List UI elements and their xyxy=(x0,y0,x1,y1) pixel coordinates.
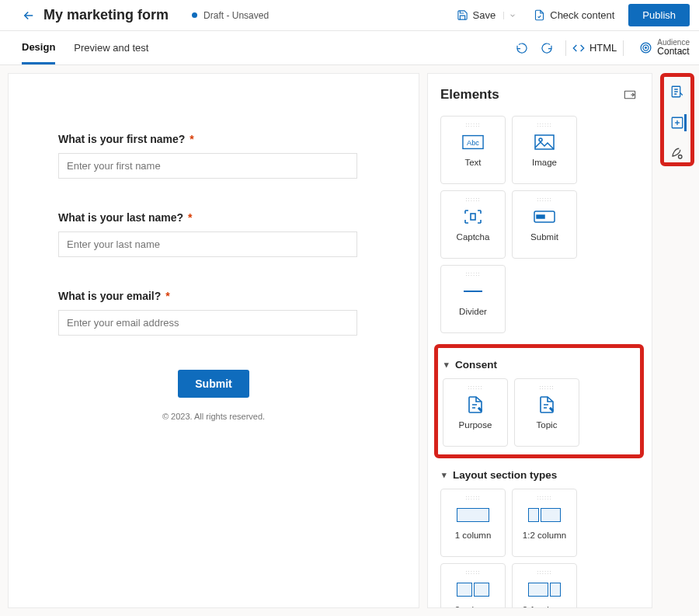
rail-settings-icon[interactable] xyxy=(668,147,687,161)
form-footer: © 2023. All rights reserved. xyxy=(38,412,389,421)
audience-selector[interactable]: Audience Contact xyxy=(639,38,690,57)
element-purpose[interactable]: :::::: Purpose xyxy=(443,378,508,447)
elements-panel: Elements :::::: Abc Text :::::: Image ::… xyxy=(427,73,652,608)
chevron-down-icon: ▾ xyxy=(442,470,447,480)
audience-value: Contact xyxy=(657,47,690,57)
email-input[interactable] xyxy=(58,310,357,336)
chevron-down-icon: ▾ xyxy=(444,360,449,370)
save-label: Save xyxy=(473,9,496,21)
topic-icon xyxy=(535,394,558,416)
field-label-firstname: What is your first name?* xyxy=(58,133,389,145)
consent-section-header[interactable]: ▾ Consent xyxy=(444,359,632,371)
element-captcha[interactable]: :::::: Captcha xyxy=(440,190,506,259)
element-topic[interactable]: :::::: Topic xyxy=(514,378,579,447)
purpose-icon xyxy=(464,394,487,416)
page-title: My marketing form xyxy=(43,7,169,23)
svg-rect-10 xyxy=(537,215,544,218)
rail-form-icon[interactable] xyxy=(668,85,687,99)
undo-button[interactable] xyxy=(509,39,534,57)
code-icon xyxy=(572,42,585,54)
elements-panel-title: Elements xyxy=(440,87,499,103)
publish-button[interactable]: Publish xyxy=(628,4,690,26)
captcha-icon xyxy=(461,206,485,228)
html-label: HTML xyxy=(589,42,617,54)
element-text[interactable]: :::::: Abc Text xyxy=(440,116,506,184)
firstname-input[interactable] xyxy=(58,153,357,179)
html-view-button[interactable]: HTML xyxy=(572,42,617,54)
sub-header: Design Preview and test HTML Audience Co… xyxy=(0,31,699,65)
svg-rect-8 xyxy=(471,214,475,220)
target-icon xyxy=(639,41,652,54)
save-dropdown[interactable] xyxy=(503,12,521,19)
field-label-email: What is your email?* xyxy=(58,290,389,302)
check-content-label: Check content xyxy=(550,9,614,21)
check-content-icon xyxy=(534,9,545,21)
lastname-input[interactable] xyxy=(58,231,357,257)
redo-button[interactable] xyxy=(534,39,559,57)
element-image[interactable]: :::::: Image xyxy=(512,116,577,184)
status-dot xyxy=(192,12,197,18)
submit-icon xyxy=(533,206,556,228)
page-header: My marketing form Draft - Unsaved Save C… xyxy=(0,0,699,31)
consent-highlight: ▾ Consent :::::: Purpose :::::: Topic xyxy=(434,344,644,458)
status-text: Draft - Unsaved xyxy=(203,10,269,21)
image-icon xyxy=(533,131,556,153)
text-icon: Abc xyxy=(461,131,485,153)
save-icon xyxy=(457,9,468,21)
element-submit[interactable]: :::::: Submit xyxy=(512,190,577,259)
form-canvas[interactable]: What is your first name?* What is your l… xyxy=(8,73,419,608)
rail-elements-icon[interactable] xyxy=(668,116,687,130)
layout-2-column[interactable]: :::::: 2 column xyxy=(440,563,506,608)
tab-preview[interactable]: Preview and test xyxy=(74,33,148,63)
layout-2-1-column[interactable]: :::::: 2:1 column xyxy=(512,563,577,608)
divider-icon xyxy=(461,280,485,302)
panel-collapse-icon[interactable] xyxy=(621,86,639,103)
svg-point-16 xyxy=(679,155,683,159)
svg-point-7 xyxy=(539,138,542,141)
save-button[interactable]: Save xyxy=(450,6,528,24)
svg-point-2 xyxy=(645,47,647,49)
check-content-button[interactable]: Check content xyxy=(527,6,621,24)
field-label-lastname: What is your last name?* xyxy=(58,211,389,224)
form-submit-button[interactable]: Submit xyxy=(178,370,249,398)
layout-1-column[interactable]: :::::: 1 column xyxy=(440,489,506,557)
element-divider[interactable]: :::::: Divider xyxy=(440,265,506,333)
svg-text:Abc: Abc xyxy=(467,139,479,147)
layout-section-header[interactable]: ▾ Layout section types xyxy=(442,469,639,481)
tab-design[interactable]: Design xyxy=(22,32,55,64)
right-rail-highlight xyxy=(660,73,694,166)
back-arrow-icon[interactable] xyxy=(22,9,36,23)
basic-elements: :::::: Abc Text :::::: Image :::::: Capt… xyxy=(440,116,639,333)
layout-1-2-column[interactable]: :::::: 1:2 column xyxy=(512,489,577,557)
